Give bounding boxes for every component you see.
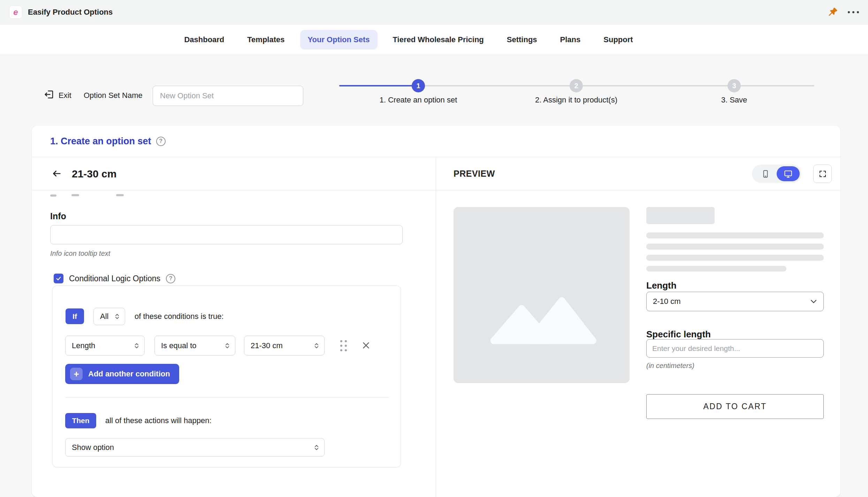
more-options-icon[interactable] <box>848 11 859 13</box>
preview-length-value: 2-10 cm <box>653 297 680 306</box>
topbar: e Easify Product Options <box>0 0 868 24</box>
unfold-icon <box>313 444 320 451</box>
condition-operator-select[interactable]: Is equal to <box>154 336 235 355</box>
step-1-circle[interactable]: 1 <box>412 79 425 92</box>
then-badge: Then <box>65 413 96 428</box>
mountains-icon <box>486 287 597 349</box>
product-image-placeholder <box>454 207 630 383</box>
logic-divider <box>65 397 389 398</box>
stepper-progress <box>339 85 418 86</box>
preview-specific-length-label: Specific length <box>646 329 711 340</box>
preview-length-label: Length <box>646 280 677 291</box>
step-3-circle[interactable]: 3 <box>728 79 741 92</box>
pin-icon[interactable] <box>828 7 838 17</box>
conditional-logic-help-icon[interactable]: ? <box>166 274 175 283</box>
preview-title: PREVIEW <box>454 157 495 190</box>
condition-value-select[interactable]: 21-30 cm <box>244 336 325 355</box>
condition-field-value: Length <box>72 341 95 350</box>
nav-items: Dashboard Templates Your Option Sets Tie… <box>176 30 640 49</box>
main-nav: Dashboard Templates Your Option Sets Tie… <box>0 24 868 55</box>
panel-headers: 21-30 cm PREVIEW <box>32 157 840 190</box>
panel-divider <box>436 157 436 497</box>
unfold-icon <box>313 342 320 349</box>
card-title-help-icon[interactable]: ? <box>156 137 166 146</box>
action-select[interactable]: Show option <box>65 438 325 457</box>
conditional-logic-label: Conditional Logic Options <box>69 274 160 283</box>
then-action-row: Then all of these actions will happen: <box>65 413 212 428</box>
action-value: Show option <box>72 443 114 452</box>
nav-item-templates[interactable]: Templates <box>239 30 292 49</box>
nav-item-support[interactable]: Support <box>596 30 640 49</box>
if-condition-row: If All of these conditions is true: <box>66 307 224 326</box>
remove-condition-icon[interactable] <box>359 339 373 352</box>
skeleton-line <box>646 255 824 261</box>
actions-suffix-text: all of these actions will happen: <box>105 416 212 425</box>
condition-operator-value: Is equal to <box>161 341 197 350</box>
if-badge: If <box>66 308 84 324</box>
app-root: e Easify Product Options Dashboard Templ… <box>0 0 868 497</box>
card-header: 1. Create an option set ? <box>32 125 840 157</box>
mobile-preview-icon[interactable] <box>755 166 776 181</box>
info-input[interactable] <box>50 225 403 244</box>
option-set-card: 1. Create an option set ? 21-30 cm PREVI… <box>32 125 840 497</box>
drag-handle-icon[interactable] <box>337 339 351 353</box>
conditions-suffix-text: of these conditions is true: <box>135 312 224 321</box>
app-identity: e Easify Product Options <box>9 6 113 19</box>
app-logo-glyph: e <box>13 7 18 17</box>
skeleton-product-title <box>646 207 715 224</box>
device-toggle <box>752 165 801 183</box>
preview-length-select[interactable]: 2-10 cm <box>646 292 824 311</box>
exit-button[interactable]: Exit <box>42 88 74 103</box>
nav-item-dashboard[interactable]: Dashboard <box>176 30 232 49</box>
exit-label: Exit <box>59 91 71 100</box>
conditional-logic-checkbox[interactable] <box>54 274 63 283</box>
nav-item-your-option-sets[interactable]: Your Option Sets <box>300 30 378 49</box>
match-type-select[interactable]: All <box>93 308 125 325</box>
plus-icon: + <box>70 368 83 380</box>
skeleton-line <box>646 232 824 238</box>
skeleton-line <box>646 244 824 250</box>
condition-value-value: 21-30 cm <box>251 341 283 350</box>
unfold-icon <box>224 342 231 349</box>
nav-item-settings[interactable]: Settings <box>499 30 545 49</box>
preview-specific-length-input[interactable] <box>646 339 824 358</box>
card-title: 1. Create an option set <box>50 136 151 147</box>
unfold-icon <box>114 313 121 320</box>
condition-field-select[interactable]: Length <box>65 336 145 355</box>
option-set-name-input[interactable] <box>153 86 303 106</box>
clipped-scroll-content <box>50 194 56 197</box>
clipped-scroll-content <box>71 194 79 196</box>
option-set-name-label: Option Set Name <box>84 88 143 103</box>
info-label: Info <box>50 211 66 221</box>
fullscreen-expand-icon[interactable] <box>813 165 832 183</box>
conditional-logic-row: Conditional Logic Options ? <box>54 273 175 284</box>
info-caption: Info icon tooltip text <box>50 250 110 258</box>
back-arrow-icon[interactable] <box>50 167 64 181</box>
conditional-logic-box: If All of these conditions is true: Leng… <box>52 285 401 467</box>
match-type-value: All <box>100 312 108 321</box>
unfold-icon <box>133 342 140 349</box>
nav-item-plans[interactable]: Plans <box>553 30 588 49</box>
skeleton-line <box>646 266 786 272</box>
app-title: Easify Product Options <box>28 8 113 17</box>
chevron-down-icon <box>809 297 818 306</box>
option-title: 21-30 cm <box>72 157 116 190</box>
add-to-cart-button[interactable]: ADD TO CART <box>646 394 824 419</box>
topbar-actions <box>828 7 859 17</box>
add-another-condition-button[interactable]: + Add another condition <box>65 364 179 384</box>
preview-specific-length-caption: (in centimeters) <box>646 362 694 370</box>
app-logo-icon: e <box>9 6 22 19</box>
exit-icon <box>44 89 54 102</box>
add-condition-label: Add another condition <box>88 369 170 379</box>
desktop-preview-icon[interactable] <box>777 166 800 181</box>
nav-item-tiered-wholesale-pricing[interactable]: Tiered Wholesale Pricing <box>385 30 492 49</box>
step-2-circle[interactable]: 2 <box>570 79 583 92</box>
step-3-label: 3. Save <box>630 95 839 105</box>
clipped-scroll-content <box>116 194 124 196</box>
